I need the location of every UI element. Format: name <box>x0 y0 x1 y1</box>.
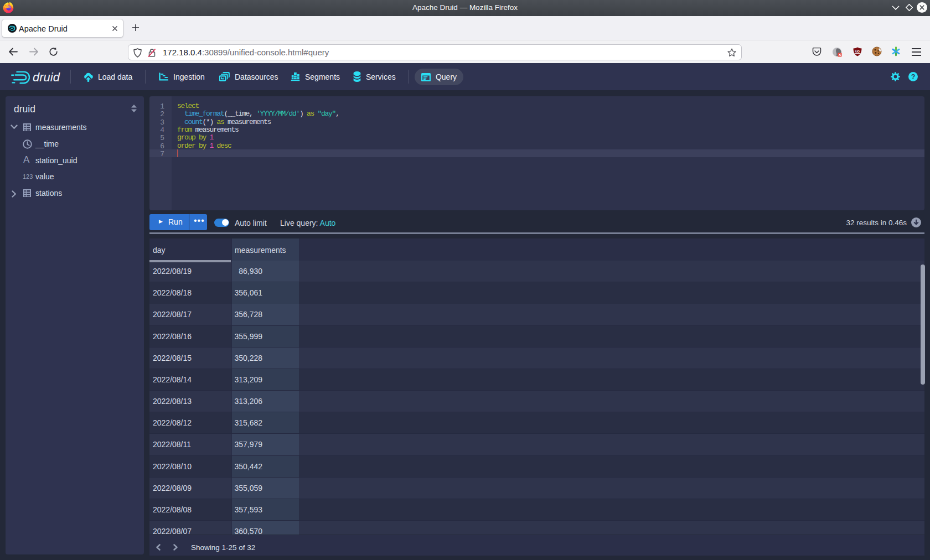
svg-text:UO: UO <box>855 50 860 53</box>
svg-text:?: ? <box>911 73 915 81</box>
